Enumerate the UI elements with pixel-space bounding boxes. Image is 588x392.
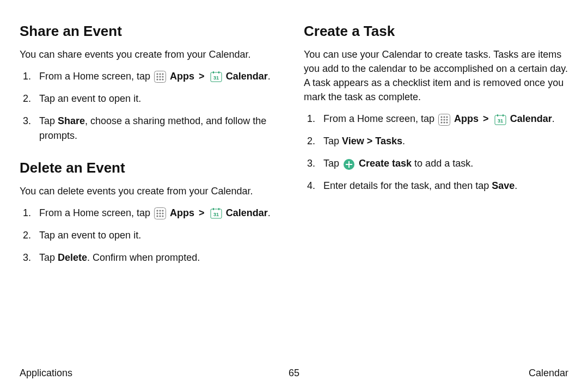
step-text: . Confirm when prompted.	[87, 252, 200, 263]
intro-create-task: You can use your Calendar to create task…	[304, 47, 568, 104]
list-item: Tap an event to open it.	[20, 91, 284, 106]
list-item: Tap an event to open it.	[20, 228, 284, 243]
intro-delete-event: You can delete events you create from yo…	[20, 184, 284, 198]
svg-point-19	[159, 213, 161, 215]
step-text: Tap	[323, 158, 342, 169]
svg-point-31	[446, 116, 448, 118]
chevron-icon: >	[483, 113, 489, 124]
svg-point-37	[446, 121, 448, 123]
page-body: Share an Event You can share events you …	[0, 0, 588, 273]
step-text: Tap	[39, 115, 58, 126]
step-text: .	[552, 113, 555, 124]
apps-icon	[154, 207, 166, 219]
apps-icon	[154, 71, 166, 83]
save-label: Save	[492, 180, 514, 191]
step-text: Tap an event to open it.	[39, 93, 141, 104]
list-item: Tap Delete. Confirm when prompted.	[20, 250, 284, 265]
svg-point-8	[159, 79, 161, 81]
svg-point-20	[162, 213, 163, 215]
right-column: Create a Task You can use your Calendar …	[304, 20, 568, 273]
svg-point-2	[159, 74, 161, 75]
delete-label: Delete	[58, 252, 87, 263]
step-text: Enter details for the task, and then tap	[323, 180, 492, 191]
svg-point-3	[162, 74, 163, 75]
svg-point-34	[446, 119, 448, 120]
calendar-icon: 31	[494, 114, 506, 126]
calendar-label: Calendar	[510, 113, 552, 124]
svg-point-23	[162, 216, 163, 217]
svg-rect-12	[218, 71, 219, 74]
svg-point-33	[443, 119, 445, 120]
heading-create-task: Create a Task	[304, 23, 568, 40]
svg-text:31: 31	[498, 118, 503, 124]
step-text: .	[514, 180, 517, 191]
step-text: Tap an event to open it.	[39, 230, 141, 241]
list-item: Enter details for the task, and then tap…	[304, 179, 568, 193]
list-item: Tap Share, choose a sharing method, and …	[20, 114, 284, 143]
step-text: From a Home screen, tap	[39, 71, 153, 82]
svg-rect-39	[497, 114, 498, 117]
svg-point-9	[162, 79, 163, 81]
svg-point-5	[159, 76, 161, 78]
svg-rect-40	[503, 114, 504, 117]
step-text: Tap	[323, 136, 342, 146]
calendar-label: Calendar	[226, 71, 268, 82]
step-text: From a Home screen, tap	[323, 113, 437, 124]
list-item: Tap Create task to add a task.	[304, 156, 568, 171]
page-number: 65	[289, 367, 299, 379]
list-item: From a Home screen, tap Apps >	[20, 206, 284, 220]
list-item: Tap View > Tasks.	[304, 134, 568, 149]
list-item: From a Home screen, tap Apps >	[20, 69, 284, 84]
step-text: to add a task.	[412, 158, 473, 169]
svg-point-35	[440, 121, 442, 123]
step-text: Tap	[39, 252, 58, 263]
calendar-icon: 31	[210, 207, 222, 219]
svg-rect-26	[218, 208, 219, 210]
heading-delete-event: Delete an Event	[20, 160, 284, 176]
intro-share-event: You can share events you create from you…	[20, 47, 284, 62]
footer-left: Applications	[20, 367, 72, 379]
svg-point-1	[156, 74, 158, 75]
list-item: From a Home screen, tap Apps >	[304, 112, 568, 126]
svg-point-17	[162, 210, 163, 212]
calendar-label: Calendar	[226, 207, 268, 218]
share-label: Share	[58, 115, 85, 126]
create-task-label: Create task	[359, 158, 412, 169]
svg-point-30	[443, 116, 445, 118]
svg-text:31: 31	[213, 75, 219, 81]
apps-label: Apps	[454, 113, 479, 124]
apps-label: Apps	[170, 71, 194, 82]
svg-rect-44	[346, 164, 352, 165]
heading-share-event: Share an Event	[20, 23, 284, 40]
footer-right: Calendar	[529, 367, 568, 379]
chevron-text: >	[364, 136, 376, 146]
svg-point-18	[156, 213, 158, 215]
chevron-icon: >	[199, 207, 205, 218]
view-label: View	[342, 136, 364, 146]
apps-icon	[438, 114, 450, 126]
svg-rect-25	[213, 208, 214, 210]
chevron-icon: >	[199, 71, 205, 82]
steps-share-event: From a Home screen, tap Apps >	[20, 69, 284, 143]
plus-icon	[343, 158, 355, 170]
svg-point-21	[156, 216, 158, 217]
svg-text:31: 31	[213, 212, 219, 217]
svg-point-32	[440, 119, 442, 120]
steps-delete-event: From a Home screen, tap Apps >	[20, 206, 284, 265]
svg-point-16	[159, 210, 161, 212]
svg-point-6	[162, 76, 163, 78]
step-text: .	[268, 207, 271, 218]
svg-point-7	[156, 79, 158, 81]
svg-point-15	[156, 210, 158, 212]
svg-point-4	[156, 76, 158, 78]
page-footer: Applications 65 Calendar	[0, 367, 588, 379]
step-text: From a Home screen, tap	[39, 207, 153, 218]
steps-create-task: From a Home screen, tap Apps >	[304, 112, 568, 193]
apps-label: Apps	[170, 207, 194, 218]
step-text: .	[268, 71, 271, 82]
left-column: Share an Event You can share events you …	[20, 20, 284, 273]
svg-rect-11	[213, 71, 214, 74]
tasks-label: Tasks	[375, 136, 402, 146]
svg-point-29	[440, 116, 442, 118]
svg-point-36	[443, 121, 445, 123]
